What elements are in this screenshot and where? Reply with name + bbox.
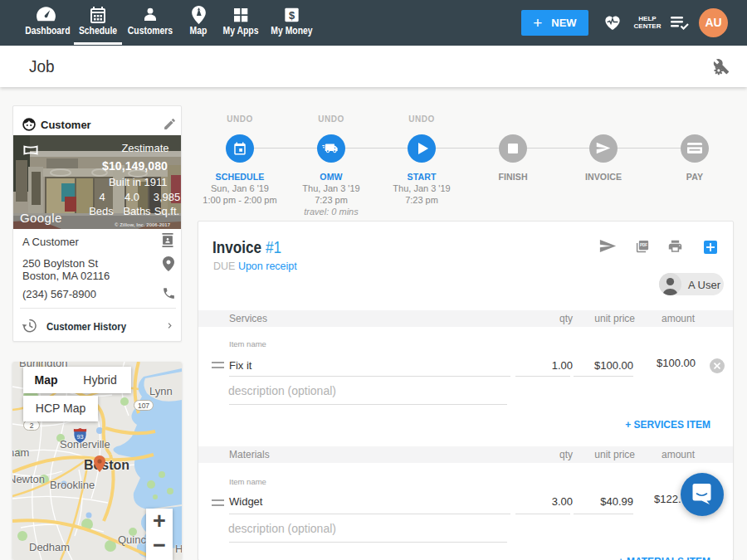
svg-text:93: 93 <box>76 433 83 441</box>
svg-text:PDF: PDF <box>640 243 647 247</box>
svg-text:2: 2 <box>30 421 34 430</box>
svg-text:107: 107 <box>138 402 149 410</box>
svg-text:$: $ <box>289 9 295 22</box>
